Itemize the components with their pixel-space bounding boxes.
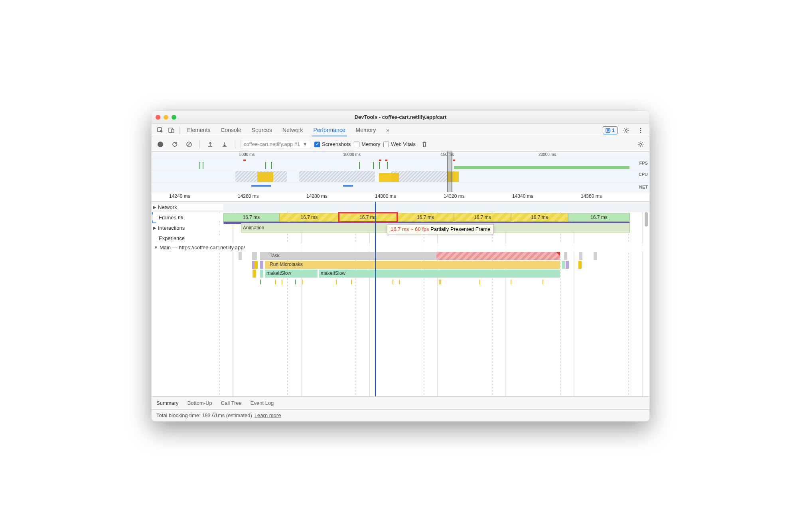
overview-selection-handle[interactable]	[447, 152, 452, 192]
frame-block[interactable]: 16.7 ms	[397, 213, 454, 222]
recording-selector[interactable]: coffee-cart.netlify.app #1 ▼	[240, 140, 311, 148]
issues-badge[interactable]: 1	[603, 126, 618, 134]
cpu-label: CPU	[639, 172, 648, 177]
makeitslow-bar-1[interactable]: makeItSlow	[265, 270, 318, 278]
bottom-tabs: Summary Bottom-Up Call Tree Event Log	[152, 396, 649, 409]
tab-bottom-up[interactable]: Bottom-Up	[187, 400, 212, 406]
screenshots-label: Screenshots	[322, 141, 351, 147]
minimize-icon[interactable]	[164, 115, 168, 120]
makeitslow-bar-2[interactable]: makeItSlow	[319, 270, 560, 278]
blocking-time-text: Total blocking time: 193.61ms (estimated…	[156, 412, 252, 418]
device-toggle-icon[interactable]	[166, 125, 177, 136]
fullscreen-icon[interactable]	[172, 115, 176, 120]
recording-name: coffee-cart.netlify.app #1	[244, 141, 300, 147]
performance-toolbar: coffee-cart.netlify.app #1 ▼ Screenshots…	[152, 137, 649, 152]
capture-settings-gear-icon[interactable]	[635, 139, 646, 150]
traffic-lights	[156, 115, 176, 120]
frames-track[interactable]: Frames ns 16.7 ms 16.7 ms 16.7 ms 16.7 m…	[152, 212, 649, 223]
disclosure-triangle-icon[interactable]: ▼	[154, 245, 158, 250]
screenshots-checkbox[interactable]	[314, 142, 320, 147]
disclosure-triangle-icon[interactable]: ▶	[153, 205, 156, 209]
issues-count: 1	[612, 128, 615, 133]
main-thread-header[interactable]: ▼ Main — https://coffee-cart.netlify.app…	[152, 243, 649, 252]
frame-block-selected[interactable]: 16.7 ms	[339, 213, 397, 222]
overview-ruler: 5000 ms 10000 ms 150 ms 20000 ms	[152, 152, 649, 159]
window-title: DevTools - coffee-cart.netlify.app/cart	[152, 114, 649, 120]
frame-block[interactable]: 16.7 ms	[279, 213, 339, 222]
flame-row-functions[interactable]: makeItSlow makeItSlow	[231, 269, 637, 278]
chevron-down-icon: ▼	[302, 141, 308, 147]
learn-more-link[interactable]: Learn more	[255, 412, 281, 418]
tab-elements[interactable]: Elements	[185, 124, 212, 136]
network-track[interactable]: ▶ Network	[152, 202, 649, 212]
overview-net-row: NET	[152, 183, 649, 188]
svg-point-9	[640, 143, 642, 145]
frame-block[interactable]: 16.7 ms	[511, 213, 568, 222]
screenshots-checkbox-row[interactable]: Screenshots	[314, 141, 351, 147]
tab-memory[interactable]: Memory	[354, 124, 378, 136]
task-bar[interactable]: Task	[260, 252, 436, 260]
titlebar[interactable]: DevTools - coffee-cart.netlify.app/cart	[152, 111, 649, 124]
svg-rect-2	[172, 129, 174, 133]
tooltip-duration: 16.7 ms ~ 60 fps	[391, 226, 429, 232]
upload-icon[interactable]	[205, 139, 216, 150]
overview-minimap[interactable]: 5000 ms 10000 ms 150 ms 20000 ms FPS CPU…	[152, 152, 649, 192]
svg-point-6	[640, 130, 641, 131]
flame-ticks	[231, 278, 637, 289]
tracks-area[interactable]: ▶ Network Frames ns 16.7 ms 16.7 ms 16.7…	[152, 202, 649, 396]
download-icon[interactable]	[219, 139, 230, 150]
webvitals-checkbox[interactable]	[383, 142, 389, 147]
fps-label: FPS	[639, 161, 648, 166]
svg-point-5	[640, 128, 641, 129]
memory-checkbox[interactable]	[354, 142, 359, 147]
flame-row-microtasks[interactable]: Run Microtasks	[231, 260, 637, 269]
clear-icon[interactable]	[183, 139, 195, 150]
webvitals-label: Web Vitals	[391, 141, 416, 147]
tab-summary[interactable]: Summary	[156, 400, 179, 406]
panel-tabs-row: Elements Console Sources Network Perform…	[152, 124, 649, 137]
tab-network[interactable]: Network	[281, 124, 304, 136]
settings-gear-icon[interactable]	[621, 125, 632, 136]
net-label: NET	[639, 185, 648, 189]
detail-ruler[interactable]: 14240 ms 14260 ms 14280 ms 14300 ms 1432…	[152, 192, 649, 202]
overview-cpu-row: CPU	[152, 170, 649, 183]
tooltip-status: Partially Presented Frame	[430, 226, 490, 232]
disclosure-triangle-icon[interactable]: ▶	[153, 226, 156, 230]
tab-call-tree[interactable]: Call Tree	[221, 400, 242, 406]
tab-event-log[interactable]: Event Log	[251, 400, 274, 406]
inspect-element-icon[interactable]	[155, 125, 166, 136]
trash-icon[interactable]	[419, 139, 430, 150]
tab-more[interactable]: »	[385, 124, 391, 136]
tab-sources[interactable]: Sources	[250, 124, 274, 136]
tab-performance[interactable]: Performance	[312, 124, 347, 136]
flame-row-task[interactable]: Task	[231, 252, 637, 260]
devtools-window: DevTools - coffee-cart.netlify.app/cart …	[151, 110, 650, 422]
reload-record-icon[interactable]	[169, 139, 180, 150]
frame-block[interactable]: 16.7 ms	[223, 213, 279, 222]
frame-tooltip: 16.7 ms ~ 60 fps Partially Presented Fra…	[387, 224, 494, 234]
svg-point-4	[625, 129, 627, 131]
frame-block[interactable]: 16.7 ms	[568, 213, 630, 222]
webvitals-checkbox-row[interactable]: Web Vitals	[383, 141, 416, 147]
experience-track[interactable]: Experience	[152, 233, 649, 243]
kebab-menu-icon[interactable]	[635, 125, 646, 136]
overview-fps-row: FPS	[152, 159, 649, 170]
long-task-warning-icon	[556, 252, 560, 256]
statusbar: Total blocking time: 193.61ms (estimated…	[152, 409, 649, 421]
close-icon[interactable]	[156, 115, 160, 120]
svg-point-7	[640, 132, 641, 133]
memory-checkbox-row[interactable]: Memory	[354, 141, 380, 147]
playhead-line[interactable]	[375, 202, 376, 396]
record-button[interactable]	[155, 139, 166, 150]
long-task-bar[interactable]	[436, 252, 560, 260]
memory-label: Memory	[361, 141, 380, 147]
tab-console[interactable]: Console	[219, 124, 243, 136]
run-microtasks-bar[interactable]: Run Microtasks	[265, 261, 560, 269]
panel-tabs: Elements Console Sources Network Perform…	[185, 124, 391, 136]
frame-block[interactable]: 16.7 ms	[454, 213, 511, 222]
